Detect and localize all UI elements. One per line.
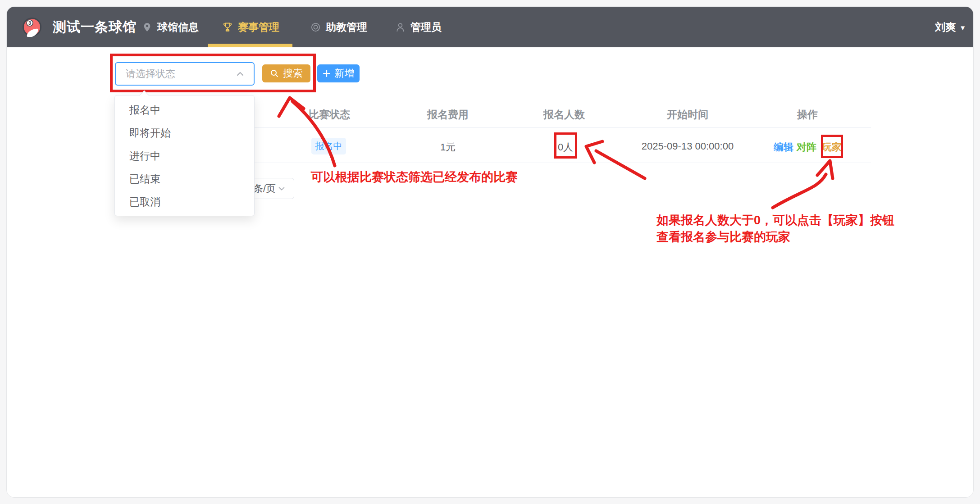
dropdown-option-in-progress[interactable]: 进行中: [115, 145, 254, 168]
headset-icon: [310, 22, 321, 32]
search-button-label: 搜索: [283, 67, 303, 80]
edit-link[interactable]: 编辑: [774, 141, 793, 154]
arrow-shaft-players-count: [596, 151, 645, 178]
arrow-head-players-count: [586, 141, 602, 163]
start-time-cell: 2025-09-13 00:00:00: [642, 141, 734, 152]
arrow-shaft-players-button: [773, 174, 826, 208]
user-icon: [395, 22, 406, 32]
players-cell: 0人: [558, 141, 573, 154]
col-header-actions: 操作: [797, 108, 818, 122]
fee-cell: 1元: [440, 141, 456, 154]
nav-item-hall-info[interactable]: 球馆信息: [142, 7, 199, 47]
add-button-label: 新增: [335, 67, 355, 80]
page-size-label: 条/页: [253, 182, 276, 195]
billiard-ball-logo-icon: 3: [22, 17, 42, 37]
chevron-up-icon: [236, 69, 245, 78]
page-title: 测试一条球馆: [53, 18, 137, 36]
user-menu[interactable]: 刘爽 ▼: [935, 7, 966, 47]
search-button[interactable]: 搜索: [262, 64, 310, 82]
nav-item-label: 管理员: [410, 20, 442, 34]
trophy-icon: [222, 22, 233, 32]
chevron-down-icon: ▼: [959, 24, 966, 32]
dropdown-option-ended[interactable]: 已结束: [115, 168, 254, 191]
annotation-text-line2: 查看报名参与比赛的玩家: [656, 229, 894, 245]
arrow-head-players-button: [817, 161, 833, 178]
annotation-text-filter: 可以根据比赛状态筛选已经发布的比赛: [311, 169, 518, 185]
col-header-start-time: 开始时间: [667, 108, 708, 122]
annotation-text-line1: 如果报名人数大于0，可以点击【玩家】按钮: [656, 212, 894, 229]
plus-icon: [323, 69, 331, 77]
col-header-players: 报名人数: [543, 108, 585, 122]
add-button[interactable]: 新增: [317, 64, 360, 82]
nav-item-label: 球馆信息: [157, 20, 199, 34]
svg-text:3: 3: [28, 20, 31, 26]
user-name: 刘爽: [935, 20, 956, 34]
nav-item-administrator[interactable]: 管理员: [395, 7, 442, 47]
status-badge: 报名中: [311, 138, 346, 154]
location-pin-icon: [142, 22, 152, 32]
status-select[interactable]: 请选择状态: [115, 62, 255, 86]
table-header-divider: [187, 127, 871, 128]
dropdown-option-cancelled[interactable]: 已取消: [115, 191, 254, 213]
arrow-head-filter: [279, 98, 304, 116]
nav-item-label: 赛事管理: [238, 20, 279, 34]
chevron-down-icon: [278, 185, 286, 193]
players-link[interactable]: 玩家: [822, 141, 842, 154]
col-header-status: 比赛状态: [309, 108, 350, 122]
active-tab-underline: [208, 44, 292, 47]
nav-item-event-management[interactable]: 赛事管理: [222, 7, 279, 47]
status-select-placeholder: 请选择状态: [116, 67, 236, 81]
status-dropdown-panel: 报名中 即将开始 进行中 已结束 已取消: [114, 95, 255, 216]
app-window: 3 测试一条球馆 球馆信息: [6, 6, 974, 498]
col-header-fee: 报名费用: [427, 108, 469, 122]
top-navbar: 3 测试一条球馆 球馆信息: [7, 7, 973, 47]
search-icon: [270, 69, 279, 78]
table-row-divider: [187, 163, 871, 163]
annotation-text-players: 如果报名人数大于0，可以点击【玩家】按钮 查看报名参与比赛的玩家: [656, 212, 894, 245]
dropdown-option-starting-soon[interactable]: 即将开始: [115, 122, 254, 145]
matchup-link[interactable]: 对阵: [797, 141, 816, 154]
brand: 3 测试一条球馆: [22, 7, 137, 47]
dropdown-option-registering[interactable]: 报名中: [115, 99, 254, 122]
nav-item-assistant-management[interactable]: 助教管理: [310, 7, 367, 47]
nav-item-label: 助教管理: [326, 20, 367, 34]
